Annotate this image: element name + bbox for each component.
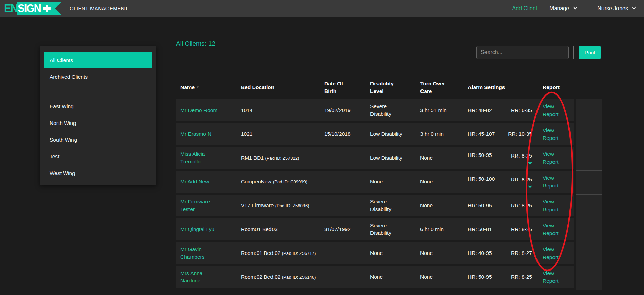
sidebar-item-label: All Clients (50, 57, 73, 63)
view-report-link[interactable]: View Report (538, 198, 574, 214)
clients-count-heading: All Clients: 12 (176, 40, 215, 47)
sort-descending-icon[interactable]: ▼ (196, 85, 199, 89)
disability-level-cell: None (366, 273, 416, 281)
logo-text-sign: SIGN (18, 2, 41, 15)
pad-id-label: (Pad ID: Z56146) (282, 275, 316, 280)
expand-alarm-chevron-icon[interactable] (528, 184, 532, 188)
sidebar-item-label: Archived Clients (50, 74, 88, 80)
view-report-link[interactable]: View Report (538, 269, 574, 285)
column-header-disability-level: Disability Level (366, 80, 416, 95)
alarm-rr-cell: RR: 8-25 (503, 273, 538, 281)
view-report-link[interactable]: View Report (538, 150, 574, 166)
column-header-bed-location: Bed Location (236, 84, 320, 91)
logo-ribbon: SIGN (17, 2, 62, 15)
print-button[interactable]: Print (579, 46, 601, 59)
sidebar-divider (44, 92, 152, 92)
disability-level-cell: Severe Disability (366, 198, 416, 213)
archive-link[interactable] (576, 99, 602, 123)
ensign-logo: EN SIGN (3, 2, 62, 15)
client-name-link[interactable]: Mr Erasmo N (176, 130, 236, 138)
archive-link[interactable] (576, 195, 602, 218)
alarm-rr-cell: RR: 8-25 (503, 202, 538, 209)
sidebar-item-north-wing[interactable]: North Wing (44, 115, 152, 131)
sidebar-item-label: West Wing (50, 170, 75, 176)
sidebar: All Clients Archived Clients East Wing N… (40, 46, 156, 185)
clients-table: Name▼ Bed Location Date Of Birth Disabil… (176, 76, 602, 288)
table-header-row: Name▼ Bed Location Date Of Birth Disabil… (176, 76, 602, 99)
view-report-link[interactable]: View Report (538, 102, 574, 118)
sidebar-item-south-wing[interactable]: South Wing (44, 132, 152, 147)
table-row: Mrs Anna Nardone Room:02 Bed:02 (Pad ID:… (176, 266, 574, 288)
archive-link[interactable] (576, 123, 602, 147)
bed-location-cell: RM1 BD1 (Pad ID: Z57322) (236, 154, 320, 162)
view-report-link[interactable]: View Report (538, 222, 574, 237)
sidebar-item-label: East Wing (50, 103, 74, 110)
sidebar-item-test[interactable]: Test (44, 149, 152, 164)
topbar: EN SIGN CLIENT MANAGEMENT Add Client Man… (0, 0, 644, 17)
archive-link[interactable] (576, 218, 602, 242)
turn-over-care-cell: None (416, 178, 463, 185)
turn-over-care-cell: None (416, 154, 463, 162)
client-name-link[interactable]: Mrs Anna Nardone (176, 269, 236, 285)
sidebar-item-all-clients[interactable]: All Clients (44, 52, 152, 68)
table-row: Mr Gavin Chambers Room:01 Bed:02 (Pad ID… (176, 242, 574, 264)
alarm-rr-cell: RR: 10-35 (503, 130, 538, 138)
manage-menu[interactable]: Manage (549, 5, 576, 12)
sidebar-item-east-wing[interactable]: East Wing (44, 99, 152, 114)
sidebar-item-west-wing[interactable]: West Wing (44, 165, 152, 181)
alarm-rr-cell: RR: 8-25 (503, 176, 538, 187)
archive-link[interactable] (576, 266, 602, 290)
table-row: Mr Firmware Tester V17 Firmware (Pad ID:… (176, 195, 574, 216)
table-row: Mr Erasmo N 1021 15/10/2018 Low Disabili… (176, 123, 574, 145)
archive-link[interactable] (576, 171, 602, 195)
add-client-link[interactable]: Add Client (512, 5, 538, 12)
turn-over-care-cell: None (416, 249, 463, 257)
date-of-birth-cell: 31/07/1992 (320, 226, 366, 233)
user-menu-label: Nurse Jones (597, 5, 628, 12)
column-header-report: Report (538, 84, 574, 91)
archive-link[interactable] (576, 147, 602, 171)
client-name-link[interactable]: Mr Demo Room (176, 106, 236, 114)
turn-over-care-cell: None (416, 202, 463, 209)
view-report-link[interactable]: View Report (538, 126, 574, 142)
column-header-name[interactable]: Name▼ (176, 84, 236, 91)
alarm-rr-cell: RR: 8-25 (503, 152, 538, 164)
topbar-actions: Add Client Manage Nurse Jones (512, 5, 635, 12)
disability-level-cell: None (366, 249, 416, 257)
chevron-down-icon (632, 5, 637, 10)
alarm-hr-cell: HR: 45-107 (463, 130, 503, 138)
pad-id-label: (Pad ID: C99999) (273, 179, 307, 184)
disability-level-cell: None (366, 178, 416, 185)
alarm-hr-cell: HR: 40-95 (463, 249, 503, 257)
bed-location-cell: Room:02 Bed:02 (Pad ID: Z56146) (236, 273, 320, 281)
user-menu[interactable]: Nurse Jones (597, 5, 635, 12)
expand-alarm-chevron-icon[interactable] (528, 161, 532, 164)
client-name-link[interactable]: Mr Gavin Chambers (176, 246, 236, 261)
sidebar-item-archived-clients[interactable]: Archived Clients (44, 69, 152, 84)
alarm-hr-cell: HR: 50-95 (463, 151, 503, 159)
search-input[interactable] (476, 46, 569, 59)
client-name-link[interactable]: Mr Qingtai Lyu (176, 226, 236, 233)
bed-location-cell: Room01 Bed03 (236, 225, 320, 233)
medical-cross-icon (43, 5, 51, 12)
turn-over-care-cell: 3 hr 0 min (416, 130, 463, 138)
column-header-alarm-settings: Alarm Settings (463, 84, 538, 91)
pad-id-label: (Pad ID: Z57322) (265, 155, 299, 161)
view-report-link[interactable]: View Report (538, 174, 574, 190)
disability-level-cell: Severe Disability (366, 222, 416, 237)
client-name-link[interactable]: Miss Alicia Tremollo (176, 150, 236, 166)
column-header-turn-over-care: Turn Over Care (416, 80, 463, 95)
alarm-hr-cell: HR: 50-95 (463, 273, 503, 281)
date-of-birth-cell: 15/10/2018 (320, 130, 366, 138)
logo-text-en: EN (3, 2, 18, 15)
pad-id-label: (Pad ID: Z56717) (282, 251, 316, 256)
alarm-hr-cell: HR: 50-95 (463, 202, 503, 209)
table-row: Mr Qingtai Lyu Room01 Bed03 31/07/1992 S… (176, 218, 574, 240)
client-name-link[interactable]: Mr Add New (176, 178, 236, 185)
archive-link[interactable] (576, 242, 602, 266)
pad-id-label: (Pad ID: Z56086) (275, 203, 309, 208)
view-report-link[interactable]: View Report (538, 245, 574, 261)
alarm-rr-cell: RR: 8-27 (503, 249, 538, 257)
table-row: Miss Alicia Tremollo RM1 BD1 (Pad ID: Z5… (176, 147, 574, 169)
client-name-link[interactable]: Mr Firmware Tester (176, 198, 236, 213)
